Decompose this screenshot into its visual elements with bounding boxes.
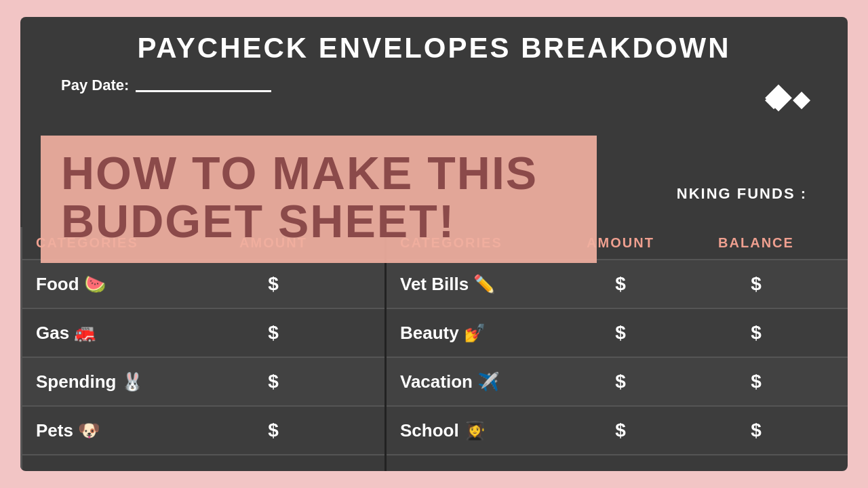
pay-date-underline: [136, 79, 271, 92]
spending-amount: $: [226, 371, 321, 392]
gas-category: Gas 🚒: [22, 323, 226, 344]
vetbills-category: Vet Bills ✏️: [387, 274, 576, 295]
table-row: School 👩‍🎓 $ $: [387, 407, 848, 455]
tables-container: CATEGORIES AMOUNT Food 🍉 $ Gas 🚒 $ Spend…: [20, 227, 848, 471]
page-title: PAYCHECK ENVELOPES BREAKDOWN: [20, 17, 848, 71]
vetbills-amount: $: [576, 273, 665, 295]
table-row: Spending 🐰 $: [22, 358, 384, 407]
right-col-balance: BALANCE: [665, 235, 848, 251]
sparkle-decoration: ◆ ◆ ◆: [765, 81, 810, 112]
vetbills-balance: $: [665, 273, 848, 295]
vacation-amount: $: [576, 371, 665, 392]
banner-text: HOW TO MAKE THIS BUDGET SHEET!: [61, 149, 576, 246]
pets-category: Pets 🐶: [22, 420, 226, 441]
pay-date-label: Pay Date:: [61, 77, 129, 94]
main-frame: PAYCHECK ENVELOPES BREAKDOWN Pay Date: ◆…: [20, 17, 848, 471]
school-category: School 👩‍🎓: [387, 420, 576, 441]
table-row: Vet Bills ✏️ $ $: [387, 260, 848, 309]
spending-category: Spending 🐰: [22, 371, 226, 392]
school-amount: $: [576, 420, 665, 441]
left-table: CATEGORIES AMOUNT Food 🍉 $ Gas 🚒 $ Spend…: [20, 227, 387, 471]
table-row: Food 🍉 $: [22, 260, 384, 309]
diamond-small-right-icon: ◆: [793, 85, 810, 112]
table-row: Pets 🐶 $: [22, 407, 384, 455]
pay-date-row: Pay Date:: [20, 71, 848, 100]
vacation-balance: $: [665, 371, 848, 392]
pets-amount: $: [226, 420, 321, 441]
school-balance: $: [665, 420, 848, 441]
beauty-balance: $: [665, 322, 848, 344]
beauty-amount: $: [576, 322, 665, 344]
table-row: Beauty 💅 $ $: [387, 309, 848, 358]
gas-amount: $: [226, 322, 321, 344]
vacation-category: Vacation ✈️: [387, 371, 576, 392]
food-amount: $: [226, 273, 321, 295]
right-table: CATEGORIES AMOUNT BALANCE Vet Bills ✏️ $…: [387, 227, 848, 471]
table-row: Vacation ✈️ $ $: [387, 358, 848, 407]
beauty-category: Beauty 💅: [387, 323, 576, 344]
pink-banner: HOW TO MAKE THIS BUDGET SHEET!: [41, 136, 597, 263]
table-row: Gas 🚒 $: [22, 309, 384, 358]
food-category: Food 🍉: [22, 274, 226, 295]
sinking-funds-label: NKING FUNDS :: [677, 185, 807, 203]
